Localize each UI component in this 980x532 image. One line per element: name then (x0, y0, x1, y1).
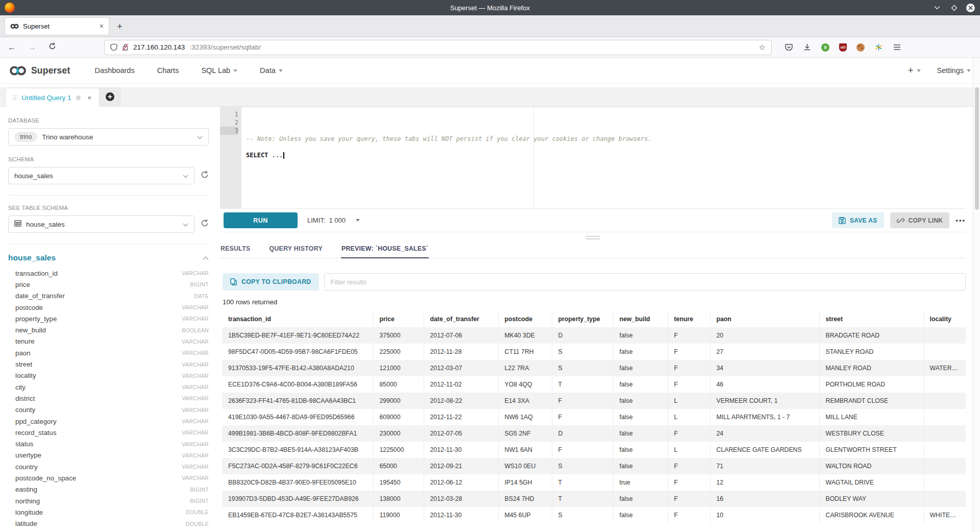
window-minimize-icon[interactable] (933, 3, 942, 12)
query-tab-close-icon[interactable]: × (88, 94, 92, 102)
run-button[interactable]: RUN (224, 212, 298, 228)
column-header-tenure[interactable]: tenure (668, 310, 710, 327)
table-cell: 138000 (373, 491, 424, 507)
save-as-button[interactable]: SAVE AS (832, 212, 884, 228)
table-cell: 98F5DC47-0D05-4D59-95B7-98CA6F1FDE05 (222, 344, 373, 360)
caret-down-icon (233, 69, 237, 72)
table-cell: false (613, 360, 668, 376)
superset-logo[interactable]: Superset (9, 65, 70, 76)
column-name: street (15, 360, 182, 368)
see-table-schema-label: SEE TABLE SCHEMA (8, 205, 209, 211)
resize-grip[interactable] (220, 232, 966, 243)
link-icon (897, 217, 904, 224)
nav-item-dashboards[interactable]: Dashboards (95, 66, 135, 75)
column-header-price[interactable]: price (373, 310, 424, 327)
schema-select[interactable]: house_sales (8, 167, 194, 184)
tab-preview-house-sales[interactable]: PREVIEW: `HOUSE_SALES` (341, 243, 429, 258)
table-cell: 195450 (373, 474, 424, 491)
table-cell: S (552, 507, 613, 523)
schema-column-row: countryVARCHAR (8, 461, 209, 472)
schema-label: SCHEMA (8, 156, 209, 162)
table-schema-select[interactable]: house_sales (8, 215, 194, 233)
table-cell: false (613, 442, 668, 458)
drag-handle-icon[interactable] (13, 95, 17, 101)
bookmark-star-icon[interactable]: ☆ (759, 43, 766, 52)
add-query-tab-button[interactable] (100, 87, 120, 106)
column-header-new_build[interactable]: new_build (613, 310, 668, 327)
column-header-transaction_id[interactable]: transaction_id (222, 310, 373, 327)
settings-menu[interactable]: Settings (937, 66, 971, 75)
container-asterisk-icon[interactable] (874, 43, 883, 52)
results-grid[interactable]: transaction_idpricedate_of_transferpostc… (220, 310, 966, 532)
editor-code[interactable]: -- Note: Unless you save your query, the… (241, 107, 966, 208)
column-header-postcode[interactable]: postcode (498, 310, 552, 327)
table-cell: MILL APARTMENTS, 1 - 7 (710, 409, 819, 425)
table-cell: F (668, 344, 710, 360)
editor-gutter: 123 (220, 107, 241, 208)
ublock-icon[interactable]: uO (839, 43, 847, 52)
refresh-schema-icon[interactable] (201, 171, 209, 181)
nav-item-sql-lab[interactable]: SQL Lab (201, 66, 237, 75)
back-icon[interactable]: ← (8, 43, 16, 52)
column-type: VARCHAR (182, 418, 209, 424)
nav-item-charts[interactable]: Charts (157, 66, 179, 75)
copy-to-clipboard-button[interactable]: COPY TO CLIPBOARD (223, 273, 319, 291)
privacy-badger-icon[interactable]: v (821, 43, 829, 52)
download-icon[interactable] (803, 43, 812, 52)
cookie-extension-icon[interactable] (856, 43, 865, 52)
more-options-icon[interactable]: ••• (955, 216, 966, 224)
column-header-paon[interactable]: paon (710, 310, 819, 327)
reload-icon[interactable] (48, 42, 56, 52)
browser-toolbar: ← → 217.160.120.143 :32393/superset/sqll… (0, 37, 980, 58)
tab-query-history[interactable]: QUERY HISTORY (269, 243, 323, 258)
database-label: DATABASE (8, 117, 209, 124)
chevron-up-icon[interactable] (203, 253, 209, 262)
column-type: VARCHAR (182, 361, 209, 368)
table-cell (923, 491, 966, 507)
limit-dropdown[interactable]: LIMIT: 1 000 (307, 216, 360, 224)
superset-favicon-icon (10, 23, 19, 29)
filter-results-input[interactable] (324, 273, 966, 291)
column-header-date_of_transfer[interactable]: date_of_transfer (424, 310, 498, 327)
tab-close-icon[interactable]: × (100, 22, 104, 30)
schema-column-row: transaction_idVARCHAR (8, 268, 209, 279)
table-cell: WHITEFIELD (923, 507, 966, 523)
table-cell: 2012-06-12 (424, 474, 498, 491)
page-scrollbar[interactable] (973, 58, 980, 532)
query-tab-untitled-1[interactable]: Untitled Query 1 × (5, 88, 100, 107)
database-select[interactable]: trino Trino warehouse (8, 128, 209, 146)
table-cell: 419E1030-9A55-4467-8DA9-9FED95D65966 (222, 409, 373, 425)
copy-link-button[interactable]: COPY LINK (890, 212, 950, 228)
schema-column-row: postcodeVARCHAR (8, 302, 209, 313)
insecure-lock-icon[interactable] (122, 43, 129, 51)
table-cell (923, 442, 966, 458)
table-cell: false (613, 491, 668, 507)
table-cell: L (668, 442, 710, 458)
browser-tab-superset[interactable]: Superset × (5, 18, 109, 35)
column-name: property_type (15, 315, 182, 323)
new-tab-button[interactable]: + (117, 21, 122, 31)
menu-hamburger-icon[interactable] (893, 43, 901, 52)
pocket-icon[interactable] (785, 43, 793, 52)
column-header-locality[interactable]: locality (923, 310, 966, 327)
tab-results[interactable]: RESULTS (220, 243, 251, 258)
sql-editor[interactable]: 123 -- Note: Unless you save your query,… (220, 107, 966, 209)
refresh-table-icon[interactable] (201, 219, 209, 229)
new-dropdown-button[interactable]: + (908, 65, 920, 76)
table-cell: YO8 4QQ (498, 376, 552, 393)
column-name: district (15, 395, 182, 402)
column-header-property_type[interactable]: property_type (552, 310, 613, 327)
nav-item-data[interactable]: Data (260, 66, 283, 75)
table-cell: BB8320C9-D82B-4B37-90E0-9FEE05095E10 (222, 474, 373, 491)
schema-column-row: paonVARCHAR (8, 347, 209, 358)
column-header-street[interactable]: street (819, 310, 923, 327)
url-bar[interactable]: 217.160.120.143 :32393/superset/sqllab/ … (104, 40, 772, 55)
divider (8, 195, 209, 196)
window-close-icon[interactable] (966, 4, 975, 12)
table-cell: 24 (710, 425, 819, 442)
column-name: postcode (15, 304, 182, 311)
query-tab-label: Untitled Query 1 (21, 94, 71, 102)
window-maximize-icon[interactable] (949, 3, 959, 12)
scrollbar-thumb[interactable] (975, 87, 979, 210)
table-cell: 85000 (373, 376, 424, 393)
